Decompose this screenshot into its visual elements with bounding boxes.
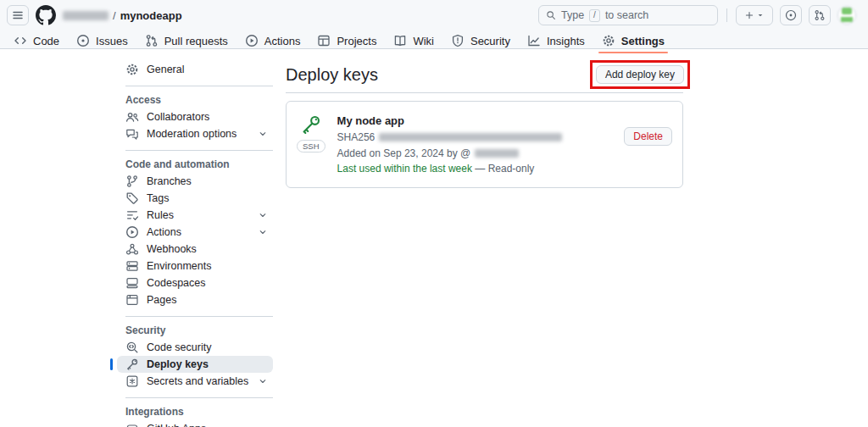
tag-icon (125, 191, 139, 205)
repo-owner-redacted[interactable] (63, 11, 108, 20)
comment-discussion-icon (125, 127, 139, 141)
tab-insights[interactable]: Insights (520, 31, 592, 53)
search-input[interactable]: Type / to search (538, 5, 718, 25)
user-avatar[interactable] (837, 6, 856, 25)
sidebar-item-github-apps[interactable]: GitHub Apps (117, 420, 273, 427)
issue-opened-icon (785, 9, 797, 21)
tab-actions[interactable]: Actions (238, 31, 308, 53)
deploy-keys-panel: Deploy keys Add deploy key SSH My node a… (286, 61, 683, 188)
sidebar-item-rules[interactable]: Rules (117, 207, 273, 224)
codespaces-icon (125, 276, 139, 290)
sidebar-item-secrets-and-variables[interactable]: Secrets and variables (117, 373, 273, 390)
repo-name-link[interactable]: mynodeapp (120, 9, 182, 22)
pull-requests-dashboard-button[interactable] (809, 5, 831, 25)
sidebar-item-codespaces[interactable]: Codespaces (117, 274, 273, 291)
access-level-text: Read-only (488, 163, 535, 175)
book-icon (393, 34, 407, 47)
tab-label: Security (470, 35, 510, 47)
git-pull-request-icon (145, 34, 159, 47)
sidebar-divider (125, 316, 273, 317)
sidebar-item-label: Pages (147, 294, 268, 306)
key-fingerprint-row: SHA256 (337, 130, 613, 146)
sidebar-section-access: Access (117, 94, 278, 108)
sidebar-item-collaborators[interactable]: Collaborators (117, 108, 273, 125)
webhook-icon (125, 242, 139, 256)
issue-opened-icon (76, 34, 90, 47)
tab-code[interactable]: Code (7, 31, 66, 53)
sidebar-item-tags[interactable]: Tags (117, 190, 273, 207)
caret-down-icon (756, 11, 765, 19)
gear-icon (602, 34, 615, 47)
key-name: My node app (337, 113, 613, 130)
git-branch-icon (125, 175, 139, 188)
tab-label: Pull requests (164, 35, 228, 47)
sidebar-item-label: Rules (147, 209, 250, 221)
tab-projects[interactable]: Projects (310, 31, 383, 53)
sidebar-item-branches[interactable]: Branches (117, 173, 273, 190)
sidebar-item-label: Codespaces (147, 277, 268, 289)
slash-key-hint: / (589, 9, 600, 22)
sidebar-item-label: Moderation options (147, 128, 250, 140)
tab-label: Issues (96, 35, 128, 47)
sidebar-item-label: Branches (147, 175, 268, 187)
issues-dashboard-button[interactable] (780, 5, 802, 25)
tab-pull-requests[interactable]: Pull requests (138, 31, 235, 53)
key-usage-row: Last used within the last week — Read-on… (337, 161, 613, 177)
browser-icon (125, 293, 139, 307)
tab-issues[interactable]: Issues (70, 31, 135, 53)
tab-label: Projects (337, 35, 376, 47)
plus-icon (744, 10, 754, 20)
breadcrumb: / mynodeapp (63, 9, 182, 22)
tab-label: Code (33, 35, 59, 47)
search-placeholder-suffix: to search (605, 9, 648, 21)
sidebar-item-label: Code security (147, 341, 268, 353)
delete-key-button[interactable]: Delete (624, 127, 672, 146)
gear-icon (125, 63, 139, 76)
sidebar-divider (125, 86, 273, 86)
shield-icon (451, 34, 465, 47)
github-mark-icon (36, 5, 56, 25)
sidebar-item-deploy-keys[interactable]: Deploy keys (117, 356, 273, 373)
fingerprint-prefix: SHA256 (337, 130, 376, 146)
key-icon (125, 358, 139, 371)
search-icon (546, 10, 556, 20)
codescan-icon (125, 341, 139, 354)
key-asterisk-icon (125, 374, 139, 388)
sidebar-item-environments[interactable]: Environments (117, 258, 273, 274)
sidebar-divider (125, 150, 273, 151)
sidebar-item-label: General (147, 64, 268, 75)
settings-sidebar: General Access Collaborators Moderation … (117, 61, 278, 427)
page-subhead: Deploy keys Add deploy key (286, 61, 683, 88)
tab-settings[interactable]: Settings (595, 31, 671, 53)
key-type-column: SSH (297, 112, 326, 152)
red-highlight-annotation: Add deploy key (590, 60, 690, 89)
add-deploy-key-button[interactable]: Add deploy key (596, 65, 684, 84)
hubot-icon (125, 422, 139, 427)
added-by-text: Added on Sep 23, 2024 by @ (337, 146, 471, 162)
header-divider (726, 8, 727, 22)
sidebar-section-security: Security (117, 324, 278, 339)
sidebar-item-label: Secrets and variables (147, 375, 250, 387)
chevron-down-icon (258, 129, 268, 139)
tab-wiki[interactable]: Wiki (387, 31, 441, 53)
ssh-key-icon (300, 114, 322, 136)
page-title: Deploy keys (286, 65, 378, 85)
sidebar-item-pages[interactable]: Pages (117, 291, 273, 308)
avatar-identicon (838, 7, 855, 24)
sidebar-item-general[interactable]: General (117, 61, 273, 78)
github-logo[interactable] (36, 5, 56, 25)
sidebar-divider (125, 397, 273, 398)
play-icon (125, 225, 139, 239)
tab-security[interactable]: Security (444, 31, 517, 53)
tab-label: Insights (547, 35, 585, 47)
sidebar-item-actions[interactable]: Actions (117, 224, 273, 241)
sidebar-item-code-security[interactable]: Code security (117, 339, 273, 356)
create-new-button[interactable] (736, 5, 773, 25)
hamburger-icon (11, 8, 25, 22)
sidebar-item-label: Environments (147, 260, 268, 272)
sidebar-item-moderation-options[interactable]: Moderation options (117, 125, 273, 142)
hamburger-menu-button[interactable] (7, 5, 29, 25)
key-added-row: Added on Sep 23, 2024 by @ (337, 146, 613, 162)
tab-label: Wiki (413, 35, 434, 47)
sidebar-item-webhooks[interactable]: Webhooks (117, 241, 273, 258)
